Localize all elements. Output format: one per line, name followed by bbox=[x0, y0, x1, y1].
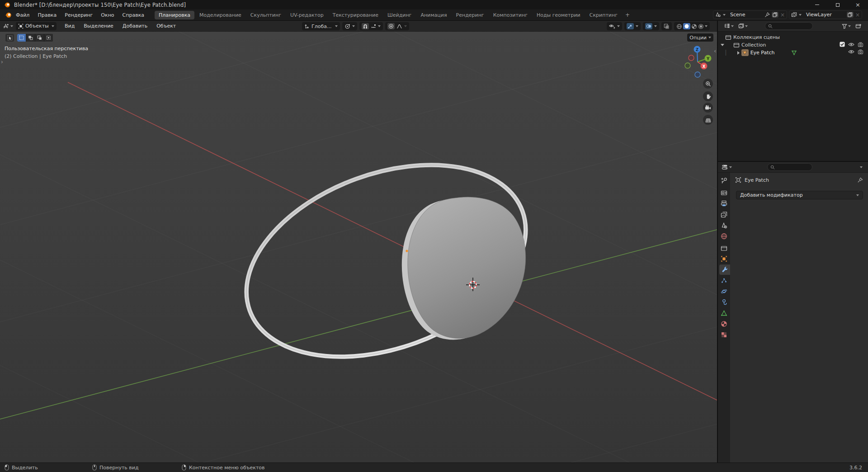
toggle-perspective-button[interactable] bbox=[703, 115, 713, 125]
hide-eye-icon[interactable] bbox=[848, 49, 854, 54]
add-workspace-button[interactable]: + bbox=[623, 12, 632, 18]
tab-physics[interactable] bbox=[718, 286, 730, 297]
tab-scripting[interactable]: Скриптинг bbox=[585, 11, 622, 19]
blender-app-menu-icon[interactable] bbox=[5, 11, 12, 19]
menu-add[interactable]: Добавить bbox=[118, 23, 152, 29]
navigation-gizmo[interactable]: Z Y X bbox=[685, 46, 712, 78]
pin-id-icon[interactable] bbox=[857, 177, 863, 183]
shading-wireframe-button[interactable] bbox=[676, 24, 682, 29]
menu-view[interactable]: Вид bbox=[60, 23, 79, 29]
select-mode-subtract-button[interactable] bbox=[35, 34, 44, 42]
sidebar-collapse-arrow[interactable]: ‹ bbox=[714, 48, 716, 54]
outliner-filter-dropdown[interactable] bbox=[842, 24, 851, 29]
disable-render-camera-icon[interactable] bbox=[858, 42, 863, 47]
tab-view-layer[interactable] bbox=[718, 209, 730, 220]
add-modifier-dropdown[interactable]: Добавить модификатор bbox=[736, 191, 863, 199]
tab-texture-paint[interactable]: Текстурирование bbox=[329, 11, 382, 19]
checkbox-icon[interactable] bbox=[840, 42, 845, 47]
transform-orientation-dropdown[interactable]: Глоба... bbox=[302, 22, 340, 30]
shading-solid-button[interactable] bbox=[683, 23, 690, 29]
remove-view-layer-button[interactable]: × bbox=[855, 12, 860, 18]
show-overlays-toggle[interactable] bbox=[645, 23, 652, 29]
tab-geometry-nodes[interactable]: Ноды геометрии bbox=[533, 11, 585, 19]
gizmo-axis-neg-z[interactable] bbox=[695, 72, 700, 77]
pan-view-button[interactable] bbox=[703, 91, 713, 101]
select-mode-extend-button[interactable] bbox=[26, 34, 35, 42]
tab-sculpting[interactable]: Скульптинг bbox=[246, 11, 285, 19]
pin-icon[interactable] bbox=[764, 12, 770, 18]
tab-object-data[interactable] bbox=[718, 308, 730, 318]
proportional-edit-toggle[interactable] bbox=[387, 23, 395, 29]
editor-type-button[interactable] bbox=[3, 23, 13, 29]
gizmo-axis-neg-y[interactable] bbox=[685, 63, 690, 68]
visibility-dropdown[interactable] bbox=[607, 22, 622, 30]
properties-options-chevron[interactable] bbox=[860, 166, 863, 168]
menu-file[interactable]: Файл bbox=[12, 12, 33, 18]
tab-modeling[interactable]: Моделирование bbox=[195, 11, 245, 19]
tab-animation[interactable]: Анимация bbox=[416, 11, 451, 19]
tab-constraints[interactable] bbox=[718, 297, 730, 307]
tab-tool[interactable] bbox=[718, 175, 730, 186]
properties-search-input[interactable] bbox=[767, 163, 812, 171]
pivot-point-dropdown[interactable] bbox=[342, 22, 357, 30]
tab-world[interactable] bbox=[718, 231, 730, 241]
tab-uv-editing[interactable]: UV-редактор bbox=[286, 11, 328, 19]
menu-select[interactable]: Выделение bbox=[79, 23, 118, 29]
collapse-triangle[interactable] bbox=[721, 44, 724, 46]
tab-rendering[interactable]: Рендеринг bbox=[452, 11, 488, 19]
outliner-search-input[interactable] bbox=[765, 22, 813, 30]
menu-object[interactable]: Объект bbox=[152, 23, 180, 29]
view-layer-selector[interactable]: ViewLayer × bbox=[789, 10, 862, 19]
gizmo-axis-neg-x[interactable] bbox=[689, 55, 694, 61]
expand-triangle[interactable] bbox=[737, 51, 740, 55]
new-collection-button[interactable] bbox=[855, 23, 862, 29]
select-mode-invert-button[interactable] bbox=[44, 34, 53, 42]
menu-help[interactable]: Справка bbox=[118, 12, 148, 18]
snap-toggle[interactable] bbox=[362, 23, 369, 29]
tab-texture[interactable] bbox=[718, 330, 730, 340]
tab-material[interactable] bbox=[718, 319, 730, 329]
tab-scene[interactable] bbox=[718, 220, 730, 231]
tab-object[interactable] bbox=[718, 254, 730, 264]
menu-render[interactable]: Рендеринг bbox=[61, 12, 97, 18]
properties-editor-type-button[interactable] bbox=[722, 164, 732, 170]
maximize-button[interactable] bbox=[827, 0, 848, 9]
tab-particles[interactable] bbox=[718, 275, 730, 286]
minimize-button[interactable] bbox=[807, 0, 827, 9]
outliner-filter-id-dropdown[interactable] bbox=[738, 23, 748, 29]
shading-rendered-button[interactable] bbox=[698, 24, 704, 29]
outliner-display-mode-dropdown[interactable] bbox=[724, 23, 734, 29]
options-dropdown[interactable]: Опции bbox=[687, 33, 713, 42]
tab-compositing[interactable]: Композитинг bbox=[489, 11, 532, 19]
tab-collection[interactable] bbox=[718, 243, 730, 253]
mode-dropdown[interactable]: Объекты bbox=[16, 22, 57, 30]
menu-edit[interactable]: Правка bbox=[33, 12, 61, 18]
new-view-layer-button[interactable] bbox=[847, 12, 854, 18]
tweak-select-tool-button[interactable] bbox=[5, 34, 14, 42]
snapping-controls[interactable] bbox=[359, 22, 383, 30]
outliner-row-scene-collection[interactable]: Коллекция сцены bbox=[725, 33, 780, 41]
menu-window[interactable]: Окно bbox=[97, 12, 118, 18]
tab-layout[interactable]: Планировка bbox=[155, 11, 194, 19]
disable-render-camera-icon[interactable] bbox=[858, 49, 863, 54]
xray-toggle[interactable] bbox=[661, 22, 672, 30]
camera-view-button[interactable] bbox=[703, 103, 713, 113]
tab-render[interactable] bbox=[718, 188, 730, 198]
zoom-view-button[interactable] bbox=[703, 79, 713, 89]
tab-output[interactable] bbox=[718, 198, 730, 209]
close-button[interactable]: × bbox=[848, 0, 868, 9]
eyepatch-object[interactable] bbox=[408, 197, 526, 339]
shading-material-button[interactable] bbox=[691, 24, 697, 29]
overlays-controls[interactable] bbox=[643, 22, 659, 30]
gizmos-controls[interactable] bbox=[624, 22, 641, 30]
hide-eye-icon[interactable] bbox=[848, 42, 854, 47]
outliner-row-collection[interactable]: Collection bbox=[721, 41, 766, 49]
toolbar-expand-arrow[interactable]: › bbox=[1, 59, 3, 65]
viewport-3d[interactable]: Z Y X Объекты bbox=[0, 21, 717, 463]
scene-selector[interactable]: Scene × bbox=[713, 10, 787, 19]
show-gizmo-toggle[interactable] bbox=[627, 23, 634, 29]
new-scene-button[interactable] bbox=[772, 12, 778, 18]
outliner-row-eye-patch[interactable]: │ Eye Patch bbox=[724, 49, 797, 57]
select-mode-set-button[interactable] bbox=[17, 34, 26, 42]
tab-modifiers[interactable] bbox=[719, 264, 730, 275]
